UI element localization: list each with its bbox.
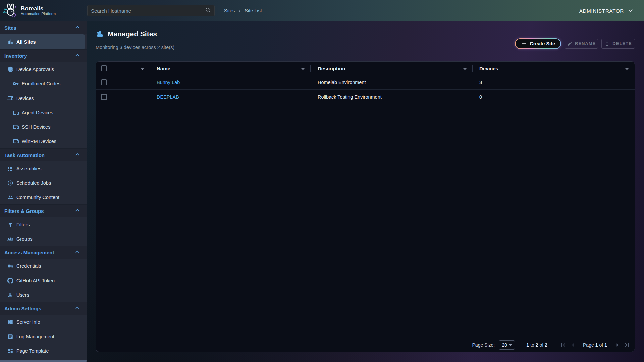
- item-label: Page Template: [16, 348, 49, 354]
- page-head-left: Managed Sites Monitoring 3 devices acros…: [96, 29, 174, 51]
- breadcrumb-sites[interactable]: Sites: [224, 8, 235, 13]
- table-body: Bunny Lab Homelab Environment 3 DEEPLAB …: [96, 75, 635, 338]
- sites-table: Name Description Devices: [96, 61, 635, 352]
- item-label: SSH Devices: [22, 124, 50, 130]
- item-label: Users: [16, 292, 29, 298]
- section-label: Sites: [4, 25, 16, 31]
- user-menu[interactable]: ADMINISTRATOR: [579, 7, 644, 14]
- clock-icon: [7, 180, 13, 186]
- column-header-name[interactable]: Name: [157, 66, 170, 71]
- table-pagination: Page Size: 20 1to2of2 Page1of1: [96, 338, 635, 352]
- filter-list-icon[interactable]: [462, 65, 468, 71]
- column-header-description[interactable]: Description: [318, 66, 345, 71]
- sidebar-item-winrm-devices[interactable]: WinRM Devices: [0, 134, 87, 148]
- sidebar-item-page-template[interactable]: Page Template: [0, 344, 87, 358]
- page-size-label: Page Size:: [472, 342, 495, 348]
- devices-icon: [13, 138, 19, 144]
- rename-button[interactable]: RENAME: [565, 39, 598, 49]
- sidebar-section-task-automation[interactable]: Task Automation: [0, 148, 87, 161]
- sidebar-item-agent-devices[interactable]: Agent Devices: [0, 105, 87, 120]
- item-label: GitHub API Token: [16, 278, 55, 283]
- sidebar-section-inventory[interactable]: Inventory: [0, 49, 87, 62]
- chevron-up-icon: [74, 24, 80, 32]
- brand: Borealis Automation Platform: [0, 3, 87, 18]
- site-name-link[interactable]: DEEPLAB: [157, 94, 179, 100]
- sidebar-item-groups[interactable]: Groups: [0, 232, 87, 246]
- item-label: Groups: [16, 236, 33, 242]
- trash-icon: [604, 41, 610, 46]
- row-checkbox[interactable]: [101, 94, 107, 100]
- item-label: Assemblies: [16, 166, 41, 171]
- sidebar-item-log-management[interactable]: Log Management: [0, 329, 87, 344]
- sidebar-item-filters[interactable]: Filters: [0, 217, 87, 232]
- sidebar-item-assemblies[interactable]: Assemblies: [0, 161, 87, 176]
- delete-button[interactable]: DELETE: [601, 39, 635, 49]
- devices-icon: [13, 110, 19, 116]
- search-input[interactable]: [91, 8, 205, 14]
- sidebar-section-filters-groups[interactable]: Filters & Groups: [0, 204, 87, 217]
- breadcrumb-site-list[interactable]: Site List: [245, 8, 262, 13]
- key-icon: [13, 81, 19, 87]
- first-page-icon[interactable]: [559, 341, 567, 349]
- section-label: Inventory: [4, 53, 27, 59]
- column-header-devices[interactable]: Devices: [479, 66, 498, 71]
- sidebar-item-all-sites[interactable]: All Sites: [0, 34, 85, 49]
- sidebar-section-admin-settings[interactable]: Admin Settings: [0, 302, 87, 315]
- next-page-icon[interactable]: [613, 341, 621, 349]
- row-checkbox[interactable]: [101, 79, 107, 85]
- sidebar: Sites All Sites Inventory Device Approva…: [0, 21, 87, 362]
- page-size-select[interactable]: 20: [499, 340, 515, 350]
- sidebar-item-credentials[interactable]: Credentials: [0, 259, 87, 273]
- sidebar-item-server-info[interactable]: Server Info: [0, 315, 87, 329]
- sidebar-item-enrollment-codes[interactable]: Enrollment Codes: [0, 76, 87, 91]
- chevron-up-icon: [74, 52, 80, 59]
- sidebar-scrollbar[interactable]: [0, 360, 87, 362]
- sidebar-section-sites[interactable]: Sites: [0, 21, 87, 34]
- table-row[interactable]: DEEPLAB Rollback Testing Environment 0: [96, 90, 635, 104]
- groups-icon: [7, 236, 13, 242]
- filter-list-icon[interactable]: [300, 65, 306, 71]
- breadcrumb: Sites Site List: [224, 8, 262, 13]
- user-menu-label: ADMINISTRATOR: [579, 8, 624, 14]
- people-icon: [7, 194, 13, 200]
- sidebar-item-community-content[interactable]: Community Content: [0, 190, 87, 204]
- item-label: Enrollment Codes: [22, 81, 60, 86]
- page-actions: Create Site RENAME DELETE: [515, 36, 635, 51]
- rename-label: RENAME: [575, 41, 596, 46]
- sidebar-item-ssh-devices[interactable]: SSH Devices: [0, 120, 87, 134]
- site-device-count: 3: [479, 80, 482, 85]
- select-all-checkbox[interactable]: [101, 65, 107, 71]
- devices-icon: [7, 95, 13, 101]
- delete-label: DELETE: [612, 41, 632, 46]
- page-size-value: 20: [502, 342, 507, 348]
- create-site-button[interactable]: Create Site: [515, 38, 561, 49]
- sidebar-item-scheduled-jobs[interactable]: Scheduled Jobs: [0, 176, 87, 190]
- page-subtitle: Monitoring 3 devices across 2 site(s): [96, 45, 174, 51]
- search-icon[interactable]: [205, 7, 211, 14]
- plus-icon: [521, 41, 527, 47]
- site-description: Rollback Testing Environment: [318, 94, 382, 100]
- brand-tagline: Automation Platform: [21, 12, 56, 16]
- item-label: Community Content: [16, 195, 59, 200]
- chevron-down-icon: [627, 7, 634, 14]
- dashboard-icon: [7, 348, 13, 354]
- building-icon: [96, 29, 104, 38]
- chevron-up-icon: [74, 207, 80, 215]
- sidebar-item-device-approvals[interactable]: Device Approvals: [0, 62, 87, 76]
- caret-down-icon: [509, 344, 512, 346]
- table-row[interactable]: Bunny Lab Homelab Environment 3: [96, 75, 635, 90]
- last-page-icon[interactable]: [623, 341, 631, 349]
- hostname-search[interactable]: [87, 5, 215, 16]
- sidebar-item-users[interactable]: Users: [0, 288, 87, 302]
- site-description: Homelab Environment: [318, 80, 366, 85]
- filter-list-icon[interactable]: [140, 65, 146, 71]
- user-icon: [7, 292, 13, 298]
- chevron-up-icon: [74, 249, 80, 256]
- sidebar-item-github-api-token[interactable]: GitHub API Token: [0, 273, 87, 288]
- key-icon: [7, 263, 13, 269]
- prev-page-icon[interactable]: [570, 341, 577, 349]
- site-name-link[interactable]: Bunny Lab: [157, 80, 180, 85]
- filter-list-icon[interactable]: [624, 65, 630, 71]
- sidebar-section-access-management[interactable]: Access Management: [0, 246, 87, 259]
- sidebar-item-devices[interactable]: Devices: [0, 91, 87, 105]
